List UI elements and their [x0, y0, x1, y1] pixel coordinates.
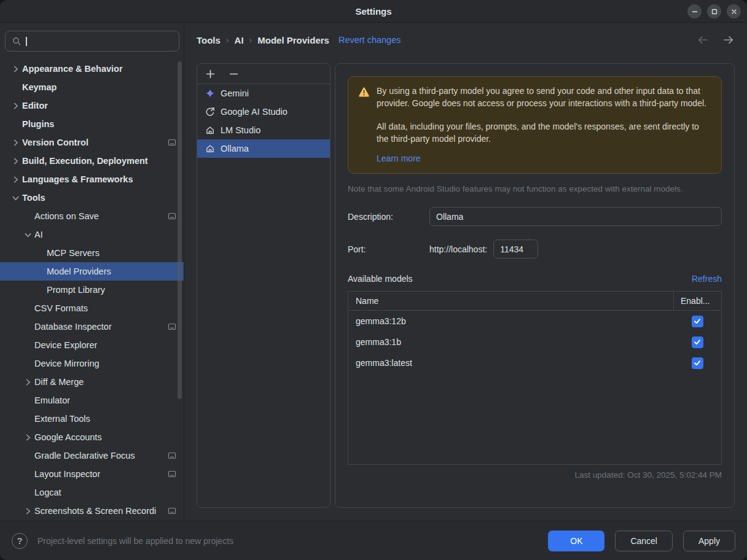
sidebar-item-database-inspector[interactable]: Database Inspector — [0, 317, 184, 336]
port-url-prefix: http://localhost: — [429, 244, 487, 254]
provider-item-lm-studio[interactable]: LM Studio — [197, 121, 330, 139]
learn-more-link[interactable]: Learn more — [377, 154, 421, 163]
settings-tree: Appearance & BehaviorKeymapEditorPlugins… — [0, 60, 184, 520]
description-label: Description: — [348, 212, 429, 222]
provider-item-label: Ollama — [221, 144, 249, 154]
ollama-icon — [205, 144, 215, 154]
remove-provider-button[interactable] — [228, 68, 239, 79]
chevron-right-icon[interactable] — [21, 506, 34, 516]
settings-search-box[interactable] — [5, 31, 179, 52]
sidebar-item-actions-on-save[interactable]: Actions on Save — [0, 207, 184, 225]
chevron-right-icon[interactable] — [9, 156, 22, 166]
sidebar-item-diff-merge[interactable]: Diff & Merge — [0, 373, 184, 391]
model-row-gemma3-12b[interactable]: gemma3:12b — [348, 311, 721, 332]
sidebar-item-mcp-servers[interactable]: MCP Servers — [0, 244, 184, 262]
settings-search-input[interactable] — [31, 36, 173, 46]
sidebar-item-tools[interactable]: Tools — [0, 189, 184, 207]
sidebar-item-editor[interactable]: Editor — [0, 96, 184, 115]
breadcrumb-item-model-providers: Model Providers — [257, 35, 329, 45]
minimize-button[interactable] — [687, 4, 702, 18]
sidebar-item-screenshots-screen-recordi[interactable]: Screenshots & Screen Recordi — [0, 502, 184, 520]
refresh-models-link[interactable]: Refresh — [692, 274, 722, 284]
sidebar-item-label: Plugins — [22, 119, 54, 129]
provider-item-label: Google AI Studio — [221, 107, 287, 117]
forward-arrow-icon[interactable] — [722, 35, 735, 45]
chevron-right-icon[interactable] — [9, 138, 22, 147]
help-icon[interactable] — [12, 533, 28, 549]
chevron-right-icon[interactable] — [9, 174, 22, 184]
sidebar-item-label: Diff & Merge — [34, 377, 84, 387]
breadcrumb-item-ai[interactable]: AI — [235, 35, 244, 45]
add-provider-button[interactable] — [205, 68, 216, 79]
column-header-enabled[interactable]: Enabl... — [673, 292, 721, 310]
ok-button[interactable]: OK — [548, 531, 604, 551]
available-models-label: Available models — [348, 274, 413, 284]
chevron-right-icon[interactable] — [9, 101, 22, 111]
sidebar-item-model-providers[interactable]: Model Providers — [0, 262, 184, 281]
breadcrumb-item-tools[interactable]: Tools — [197, 35, 221, 45]
sidebar-item-google-accounts[interactable]: Google Accounts — [0, 428, 184, 446]
back-arrow-icon[interactable] — [697, 35, 709, 45]
chevron-placeholder — [21, 303, 34, 313]
model-enabled-checkbox[interactable] — [692, 316, 703, 327]
port-input[interactable] — [493, 239, 538, 259]
revert-changes-link[interactable]: Revert changes — [338, 35, 401, 45]
model-row-gemma3-1b[interactable]: gemma3:1b — [348, 332, 721, 352]
sidebar-item-ai[interactable]: AI — [0, 225, 184, 244]
maximize-button[interactable] — [707, 4, 721, 18]
breadcrumb-separator — [226, 35, 229, 45]
sidebar-item-emulator[interactable]: Emulator — [0, 391, 184, 410]
sidebar-item-label: External Tools — [34, 414, 90, 424]
models-table-header: Name Enabl... — [348, 292, 721, 311]
provider-item-ollama[interactable]: Ollama — [197, 139, 330, 158]
chevron-placeholder — [21, 414, 34, 424]
description-input[interactable] — [429, 207, 722, 226]
chevron-right-icon[interactable] — [21, 377, 34, 387]
sidebar-item-version-control[interactable]: Version Control — [0, 133, 184, 152]
warning-paragraph-1: By using a third-party model you agree t… — [377, 85, 711, 109]
titlebar: Settings — [0, 0, 747, 23]
close-icon — [731, 9, 737, 15]
sidebar-item-csv-formats[interactable]: CSV Formats — [0, 299, 184, 317]
chevron-down-icon[interactable] — [9, 193, 22, 203]
close-button[interactable] — [727, 4, 741, 18]
third-party-warning-banner: By using a third-party model you agree t… — [348, 76, 722, 174]
sidebar-item-layout-inspector[interactable]: Layout Inspector — [0, 465, 184, 483]
sidebar-item-keymap[interactable]: Keymap — [0, 78, 184, 96]
sidebar-item-prompt-library[interactable]: Prompt Library — [0, 281, 184, 299]
cancel-button[interactable]: Cancel — [615, 531, 673, 551]
gemini-icon — [205, 88, 215, 98]
sidebar-item-plugins[interactable]: Plugins — [0, 115, 184, 133]
model-enabled-checkbox[interactable] — [692, 336, 703, 348]
chevron-placeholder — [33, 266, 47, 276]
sidebar-item-languages-frameworks[interactable]: Languages & Frameworks — [0, 170, 184, 189]
sidebar-item-label: Logcat — [34, 488, 61, 497]
provider-item-gemini[interactable]: Gemini — [197, 84, 330, 103]
footer-note: Project-level settings will be applied t… — [37, 536, 538, 546]
model-row-gemma3-latest[interactable]: gemma3:latest — [348, 352, 721, 373]
column-header-name[interactable]: Name — [348, 292, 673, 310]
chevron-right-icon[interactable] — [9, 64, 22, 74]
apply-button[interactable]: Apply — [683, 531, 735, 551]
sidebar-item-appearance-behavior[interactable]: Appearance & Behavior — [0, 60, 184, 78]
provider-item-google-ai-studio[interactable]: Google AI Studio — [197, 103, 330, 121]
project-setting-icon — [164, 212, 176, 220]
sidebar-item-gradle-declarative-focus[interactable]: Gradle Declarative Focus — [0, 446, 184, 465]
sidebar-item-label: Google Accounts — [34, 432, 102, 442]
model-enabled-checkbox[interactable] — [692, 357, 703, 369]
chevron-right-icon[interactable] — [21, 432, 34, 442]
sidebar-scrollbar-thumb[interactable] — [178, 61, 182, 399]
history-navigation — [697, 35, 735, 45]
sidebar-item-logcat[interactable]: Logcat — [0, 483, 184, 502]
port-row: Port: http://localhost: — [348, 239, 722, 259]
chevron-down-icon[interactable] — [21, 230, 34, 239]
sidebar-item-external-tools[interactable]: External Tools — [0, 410, 184, 428]
sidebar-item-device-mirroring[interactable]: Device Mirroring — [0, 354, 184, 373]
chevron-placeholder — [33, 285, 47, 295]
chevron-placeholder — [21, 322, 34, 332]
sidebar-item-label: MCP Servers — [47, 248, 100, 258]
sidebar-item-device-explorer[interactable]: Device Explorer — [0, 336, 184, 354]
lm-studio-icon — [205, 125, 215, 135]
sidebar-item-build-execution-deployment[interactable]: Build, Execution, Deployment — [0, 152, 184, 170]
plus-icon — [205, 69, 216, 79]
